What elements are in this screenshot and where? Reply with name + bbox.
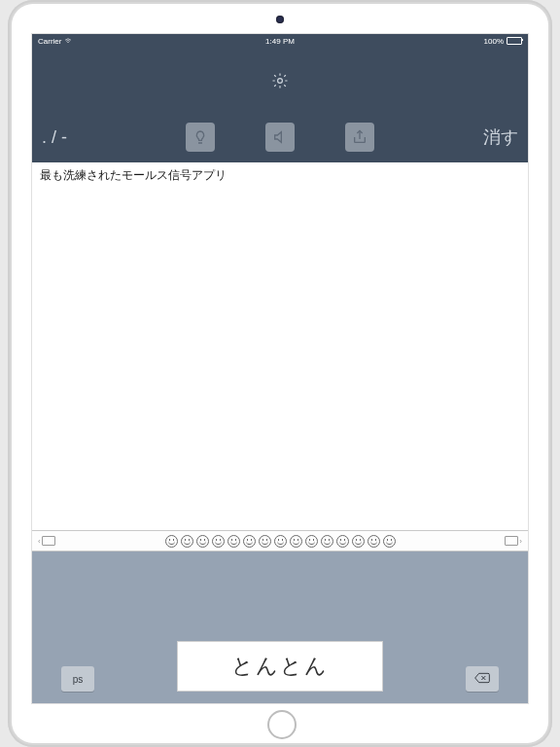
candidate-emoji[interactable] xyxy=(259,535,271,548)
wifi-icon xyxy=(64,37,72,46)
candidate-row xyxy=(165,535,396,548)
candidate-emoji[interactable] xyxy=(336,535,349,548)
chevron-left-icon: ‹ xyxy=(38,537,41,546)
candidate-strip[interactable]: ‹ › xyxy=(32,530,528,551)
candidate-emoji[interactable] xyxy=(368,535,380,548)
candidate-emoji[interactable] xyxy=(196,535,209,548)
candidate-emoji[interactable] xyxy=(228,535,240,548)
app-screen: Carrier 1:49 PM 100% xyxy=(31,33,529,704)
text-output-area[interactable]: 最も洗練されたモールス信号アプリ xyxy=(32,162,528,530)
backspace-icon xyxy=(474,672,490,686)
keyboard-icon xyxy=(505,536,518,546)
candidate-emoji[interactable] xyxy=(165,535,178,548)
flash-button[interactable] xyxy=(186,123,215,152)
candidate-emoji[interactable] xyxy=(274,535,287,548)
morse-mode-label: . / - xyxy=(42,127,67,148)
candidate-emoji[interactable] xyxy=(181,535,193,548)
candidate-emoji[interactable] xyxy=(290,535,302,548)
tap-button[interactable]: とんとん xyxy=(177,641,383,692)
keyboard-right-toggle[interactable]: › xyxy=(505,536,522,546)
svg-point-1 xyxy=(278,79,283,84)
clear-button[interactable]: 消す xyxy=(483,125,518,149)
text-output-content: 最も洗練されたモールス信号アプリ xyxy=(40,168,227,182)
ipad-frame: Carrier 1:49 PM 100% xyxy=(8,0,552,747)
battery-pct-label: 100% xyxy=(484,37,504,46)
candidate-emoji[interactable] xyxy=(243,535,256,548)
keyboard-icon xyxy=(42,536,55,546)
status-bar: Carrier 1:49 PM 100% xyxy=(32,34,528,48)
clock-label: 1:49 PM xyxy=(265,37,295,46)
battery-icon xyxy=(507,37,522,45)
ps-key-label: ps xyxy=(73,674,84,685)
candidate-emoji[interactable] xyxy=(305,535,318,548)
carrier-label: Carrier xyxy=(38,37,61,46)
keyboard-left-toggle[interactable]: ‹ xyxy=(38,536,55,546)
candidate-emoji[interactable] xyxy=(212,535,225,548)
ps-key[interactable]: ps xyxy=(61,666,94,692)
home-button[interactable] xyxy=(267,710,297,739)
sound-button[interactable] xyxy=(265,123,295,152)
delete-key[interactable] xyxy=(466,666,499,692)
gear-icon[interactable] xyxy=(271,72,289,93)
candidate-emoji[interactable] xyxy=(352,535,365,548)
candidate-emoji[interactable] xyxy=(383,535,396,548)
share-button[interactable] xyxy=(345,123,374,152)
camera-dot xyxy=(276,16,284,23)
chevron-right-icon: › xyxy=(519,537,522,546)
app-header: . / - 消す xyxy=(32,48,528,162)
svg-point-0 xyxy=(68,41,69,42)
candidate-emoji[interactable] xyxy=(321,535,333,548)
tap-button-label: とんとん xyxy=(231,652,329,681)
morse-keyboard: とんとん ps xyxy=(32,551,528,703)
